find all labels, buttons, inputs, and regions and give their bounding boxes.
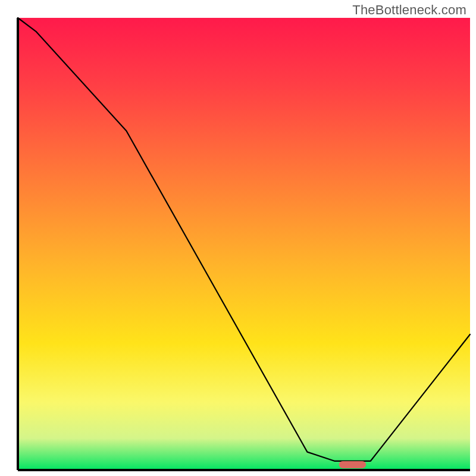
watermark-text: TheBottleneck.com: [352, 2, 466, 18]
optimal-marker: [339, 461, 367, 468]
bottleneck-chart: TheBottleneck.com: [0, 0, 476, 476]
chart-svg: [0, 0, 476, 476]
